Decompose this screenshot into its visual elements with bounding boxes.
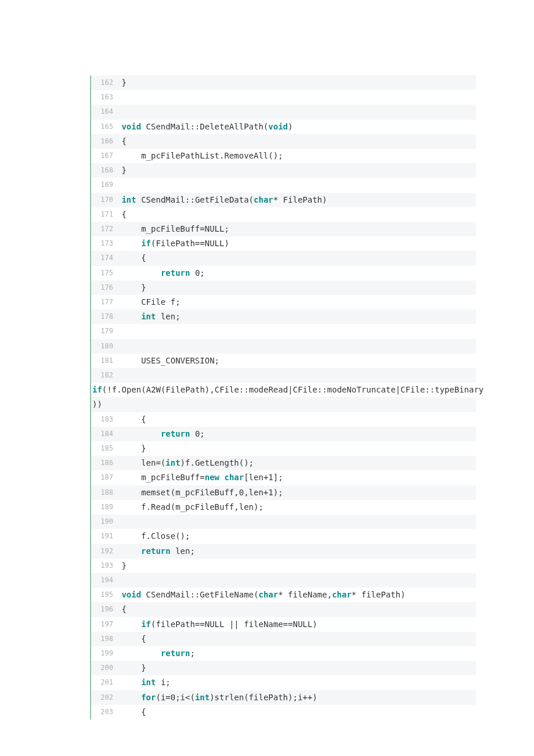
code-line: 178 int len; [91,309,476,324]
code-token [121,429,160,438]
line-number: 185 [91,441,117,456]
code-token: { [121,604,126,614]
code-token: { [121,415,146,424]
code-token: USES_CONVERSION; [121,356,219,365]
code-line: 182 [91,368,476,383]
code-token: CSendMail::GetFileData( [136,195,254,204]
code-line: 203 { [91,705,476,719]
keyword-token: if [141,620,151,629]
code-token: f.Read(m_pcFileBuff,len); [121,502,263,512]
code-content: if(filePath==NULL || fileName==NULL) [117,617,476,632]
line-number: 183 [91,412,117,427]
code-token: f.Close(); [121,531,190,541]
code-line: 180 [91,339,476,354]
code-content: { [117,207,476,222]
code-content: return 0; [117,266,476,280]
code-token: memset(m_pcFileBuff,0,len+1); [121,488,283,497]
code-token: (FilePath==NULL) [151,239,229,248]
code-token: } [121,165,126,175]
code-content: { [117,602,476,617]
keyword-token: if [141,239,151,248]
code-content: } [117,163,476,178]
code-content [117,514,476,529]
code-token [121,620,141,629]
keyword-token: new [205,473,219,482]
code-block: 162 }163 164 165 void CSendMail::DeleteA… [90,75,476,719]
line-number: 201 [91,675,117,690]
code-token [121,370,141,380]
code-token: } [121,561,126,570]
code-token: { [121,136,126,146]
code-content: void CSendMail::DeleteAllPath(void) [117,120,476,134]
code-content: } [117,280,476,295]
keyword-token: int [165,458,180,467]
code-content: if(!f.Open(A2W(FilePath),CFile::modeRead… [91,383,484,397]
code-content [117,105,476,119]
line-number: 181 [91,354,117,368]
code-line: 202 for(i=0;i<(int)strlen(filePath);i++) [91,690,476,705]
code-token: * fileName, [278,590,332,599]
code-line: 174 { [91,251,476,265]
keyword-token: if [92,385,102,394]
code-token: CSendMail::GetFileName( [141,590,258,599]
code-content: m_pcFilePathList.RemoveAll(); [117,149,476,163]
code-line: 179 [91,324,476,339]
code-content: if(FilePath==NULL) [117,236,476,251]
code-content [117,368,476,383]
code-content [117,178,476,192]
code-line: 187 m_pcFileBuff=new char[len+1]; [91,470,476,485]
code-content: m_pcFileBuff=new char[len+1]; [117,470,476,485]
code-token: { [121,634,146,643]
line-number: 163 [91,90,117,105]
line-number: 165 [91,120,117,134]
keyword-token: char [332,590,352,599]
line-number: 199 [91,646,117,661]
code-line: 166 { [91,134,476,149]
document-page: 162 }163 164 165 void CSendMail::DeleteA… [0,0,534,756]
code-line: 201 int i; [91,675,476,690]
code-content: for(i=0;i<(int)strlen(filePath);i++) [117,690,476,705]
code-content: return; [117,646,476,661]
line-number: 169 [91,178,117,192]
line-number: 176 [91,280,117,295]
code-token: )strlen(filePath);i++) [210,693,317,702]
code-token: (i=0;i<( [156,693,194,702]
code-content: int CSendMail::GetFileData(char* FilePat… [117,193,476,207]
code-line: 168 } [91,163,476,178]
code-content: len=(int)f.GetLength(); [117,456,476,470]
keyword-token: return [141,546,171,556]
code-token: 0; [190,268,204,278]
code-line: 193 } [91,559,476,573]
code-content: return 0; [117,427,476,441]
code-token: ; [190,649,194,658]
code-content: } [117,559,476,573]
line-number: 179 [91,324,117,339]
code-line: 183 { [91,412,476,427]
code-token: )f.GetLength(); [181,458,254,467]
keyword-token: int [121,195,136,204]
code-token: m_pcFileBuff=NULL; [121,224,229,233]
line-number: 182 [91,368,117,383]
code-line: 190 [91,514,476,529]
code-line: 175 return 0; [91,266,476,280]
line-number: 167 [91,149,117,163]
code-token [121,693,141,702]
line-number: 178 [91,309,117,324]
code-line: 167 m_pcFilePathList.RemoveAll(); [91,149,476,163]
code-token: len; [156,312,180,321]
code-content: } [117,441,476,456]
code-token: { [121,707,146,717]
code-token [121,268,160,278]
code-line: 162 } [91,75,476,90]
code-token [121,678,141,687]
code-line: 195 void CSendMail::GetFileName(char* fi… [91,588,476,602]
code-token [121,649,160,658]
code-content [117,573,476,588]
code-token: } [121,663,146,672]
code-line: 186 len=(int)f.GetLength(); [91,456,476,470]
code-token: } [121,78,126,87]
code-token: )) [92,399,102,409]
code-line: 188 memset(m_pcFileBuff,0,len+1); [91,485,476,500]
line-number: 193 [91,559,117,573]
code-token: * FilePath) [273,195,327,204]
